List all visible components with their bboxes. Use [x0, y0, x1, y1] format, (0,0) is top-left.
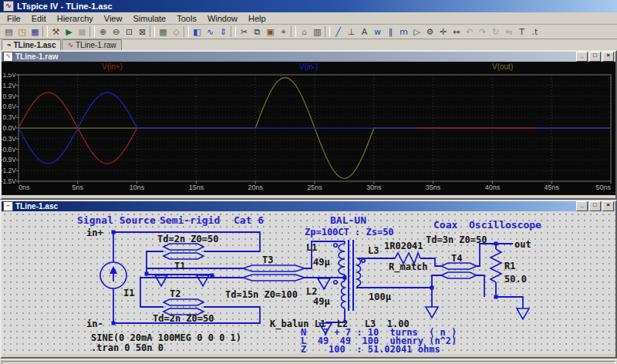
redo-icon[interactable]: ↷: [476, 26, 489, 38]
net-label-in-plus[interactable]: in+: [86, 228, 103, 238]
menu-simulate[interactable]: Simulate: [127, 14, 171, 23]
L1-ref[interactable]: L1: [306, 242, 317, 253]
run-icon[interactable]: ▶: [62, 26, 76, 38]
comment-semi-rigid[interactable]: Semi-rigid: [160, 214, 220, 226]
R1-value[interactable]: 50.0: [504, 274, 527, 285]
comment-balun[interactable]: BAL-UN: [330, 214, 366, 226]
zoom-full-icon[interactable]: ⊠: [136, 26, 149, 38]
schematic-canvas[interactable]: Signal Source Semi-rigid Cat 6 BAL-UN Zp…: [2, 211, 615, 354]
print-icon[interactable]: ▥: [311, 26, 324, 38]
I1-value[interactable]: SINE(0 20mA 100MEG 0 0 0 1): [91, 332, 241, 343]
add-trace-icon[interactable]: ∿: [204, 26, 217, 38]
wire-icon[interactable]: ╱: [332, 26, 345, 38]
inductor-L2[interactable]: [341, 281, 345, 308]
autorange-icon[interactable]: ⇕: [217, 26, 230, 38]
T1-value[interactable]: Td=2n Z0=50: [157, 234, 218, 244]
menu-edit[interactable]: Edit: [26, 14, 52, 23]
waveform-close-button[interactable]: ×: [602, 52, 614, 62]
L2-value[interactable]: 49µ: [313, 296, 330, 307]
menu-window[interactable]: Window: [202, 14, 243, 23]
L2-ref[interactable]: L2: [306, 286, 317, 297]
tab-tline-asc[interactable]: ⌁ TLine-1.asc: [2, 39, 61, 50]
component-icon[interactable]: ⚙: [423, 26, 437, 38]
schematic-close-button[interactable]: ×: [602, 201, 614, 211]
zoom-area-icon[interactable]: ⊡: [123, 26, 136, 38]
menu-help[interactable]: Help: [243, 14, 271, 23]
menu-view[interactable]: View: [99, 14, 128, 23]
probe-icon[interactable]: ⌂: [298, 26, 311, 38]
comment-cat6[interactable]: Cat 6: [234, 214, 264, 226]
find-icon[interactable]: ⌖: [277, 26, 290, 38]
comment-oscilloscope[interactable]: Oscilloscope: [469, 219, 541, 231]
mark-unconnected-icon[interactable]: ◇: [170, 26, 183, 38]
T4-value[interactable]: Td=3n Z0=50: [426, 234, 487, 245]
zoom-in-icon[interactable]: ⊕: [96, 26, 110, 38]
y-tick-label: -0.9V: [2, 156, 16, 163]
net-label-out[interactable]: out: [514, 239, 531, 250]
move-icon[interactable]: ✛: [437, 26, 450, 38]
trace-label-V(in+)[interactable]: V(in+): [102, 62, 123, 71]
comment-coax[interactable]: Coax: [433, 219, 457, 231]
net-label-in-minus[interactable]: in-: [86, 318, 103, 329]
inductor-L3[interactable]: [357, 258, 361, 286]
trace-label-V(in-)[interactable]: V(in-): [299, 62, 318, 71]
comment-signal-source[interactable]: Signal Source: [77, 214, 156, 226]
capacitor-icon[interactable]: ‖: [384, 26, 397, 38]
waveform-plot[interactable]: V(in+)V(in-)V(out) 0ns5ns10ns15ns20ns25n…: [2, 62, 615, 195]
L1-value[interactable]: 49µ: [313, 257, 330, 268]
mirror-icon[interactable]: ⇋: [502, 26, 515, 38]
Rmatch-value[interactable]: 1R02041: [384, 241, 423, 251]
rotate-icon[interactable]: ↻: [489, 26, 502, 38]
diode-icon[interactable]: ▷: [410, 26, 423, 38]
directive-tran[interactable]: .tran 0 50n 0: [91, 342, 164, 353]
T2-ref[interactable]: T2: [170, 288, 180, 299]
T3-ref[interactable]: T3: [262, 254, 273, 265]
halt-icon[interactable]: ■: [76, 26, 89, 38]
inductor-L1[interactable]: [339, 244, 345, 275]
T3-value[interactable]: Td=15n Z0=100: [225, 289, 298, 300]
x-tick-label: 30ns: [366, 184, 382, 191]
schematic-titlebar: ⌁ TLine-1.asc _ □ ×: [2, 201, 615, 211]
menu-hierarchy[interactable]: Hierarchy: [52, 14, 99, 23]
T2-value[interactable]: Td=2n Z0=50: [153, 313, 214, 324]
R1-ref[interactable]: R1: [504, 261, 515, 271]
undo-icon[interactable]: ↶: [463, 26, 476, 38]
note-impedance[interactable]: Z 100 : 51.02041 ohms: [301, 344, 440, 354]
menu-file[interactable]: File: [2, 14, 26, 23]
current-source-I1[interactable]: [100, 262, 126, 288]
paste-icon[interactable]: ▣: [264, 26, 277, 38]
resistor-R1[interactable]: [491, 249, 501, 282]
trace-label-V(out)[interactable]: V(out): [492, 62, 513, 71]
copy-icon[interactable]: ⧉: [251, 26, 264, 38]
inductor-icon[interactable]: m: [397, 26, 410, 38]
menu-tools[interactable]: Tools: [171, 14, 202, 23]
new-schematic-icon[interactable]: ▤: [2, 26, 15, 38]
save-icon[interactable]: ▦: [29, 26, 42, 38]
comment-balun-ratio[interactable]: Zp=100CT : Zs=50: [305, 227, 394, 238]
control-panel-icon[interactable]: ⚒: [49, 26, 62, 38]
L3-value[interactable]: 100µ: [369, 292, 391, 302]
y-tick-label: 0.3V: [3, 113, 17, 121]
T1-ref[interactable]: T1: [174, 261, 185, 271]
waveform-maximize-button[interactable]: □: [589, 52, 601, 62]
schematic-maximize-button[interactable]: □: [589, 201, 601, 211]
phase-dot-L2: [334, 281, 337, 284]
L3-ref[interactable]: L3: [368, 245, 379, 256]
cut-icon[interactable]: ✂: [238, 26, 251, 38]
grid-icon[interactable]: ▦: [157, 26, 170, 38]
ground-icon[interactable]: ⊥: [345, 26, 358, 38]
open-file-icon[interactable]: ◳: [15, 26, 29, 38]
I1-ref[interactable]: I1: [123, 288, 134, 298]
T4-ref[interactable]: T4: [451, 253, 462, 264]
Rmatch-ref[interactable]: R_match: [389, 261, 428, 273]
zoom-out-icon[interactable]: ⊖: [110, 26, 123, 38]
spice-directive-icon[interactable]: .t: [528, 26, 541, 38]
text-icon[interactable]: T: [515, 26, 528, 38]
drag-icon[interactable]: ↔: [450, 26, 463, 38]
tab-tline-raw[interactable]: ∿ TLine-1.raw: [62, 39, 121, 50]
resistor-icon[interactable]: w: [371, 26, 384, 38]
plot-settings-icon[interactable]: ◧: [190, 26, 204, 38]
label-net-icon[interactable]: A: [358, 26, 371, 38]
waveform-minimize-button[interactable]: _: [576, 52, 588, 62]
plot-canvas[interactable]: 0ns5ns10ns15ns20ns25ns30ns35ns40ns45ns50…: [2, 73, 615, 195]
